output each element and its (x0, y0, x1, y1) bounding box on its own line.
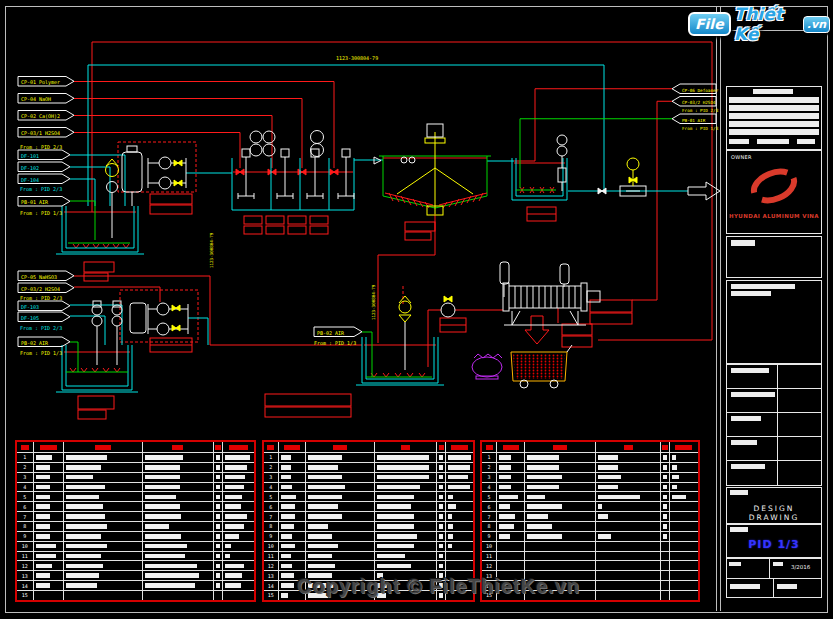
table-row: 11 (264, 551, 473, 561)
drawing-type: DESIGN DRAWING (727, 504, 821, 522)
filter-press (500, 262, 600, 325)
table-row: 2 (482, 462, 698, 472)
pipe-code-riser-2: 1123-300804-79 (371, 284, 376, 320)
filethietke-logo: File Thiết Kế .vn (688, 6, 830, 42)
table-row: 9 (17, 531, 254, 541)
approval-row-4 (726, 436, 822, 462)
flag-pb01-air: PB-01 AIR (18, 197, 70, 207)
cad-drawing-sheet: CP-01 Polymer CP-04 NaOH CP-02 Ca(OH)2 C… (0, 0, 833, 619)
svg-text:DF-101: DF-101 (21, 153, 39, 159)
table-row: 3 (482, 472, 698, 482)
logo-site-name: Thiết Kế (734, 4, 800, 44)
flag-label: CP-01 Polymer (21, 79, 60, 86)
from-note: From : PID 2/3 (20, 144, 62, 150)
pipe-code-riser-1: 1123-300804-79 (209, 232, 214, 268)
svg-text:PB-01 AIR: PB-01 AIR (21, 199, 49, 205)
svg-text:CP-03/1 H2SO4: CP-03/1 H2SO4 (21, 130, 60, 136)
approval-row-1 (726, 364, 822, 390)
svg-text:From : PID 1/3: From : PID 1/3 (20, 210, 62, 216)
svg-text:From : PID 1/3: From : PID 1/3 (682, 126, 719, 131)
flag-df101: DF-101 (18, 150, 70, 160)
svg-text:CP-03/2 H2SO4: CP-03/2 H2SO4 (682, 100, 716, 105)
level-instrument-outlet (627, 158, 639, 170)
table-row: 11 (17, 551, 254, 561)
svg-text:DF-105: DF-105 (21, 315, 39, 321)
svg-text:PB-01 AIR: PB-01 AIR (682, 118, 706, 123)
drawing-number: PID 1/3 (727, 538, 821, 551)
table-row: 7 (264, 511, 473, 521)
flag-cp05: CP-05 NaHSO3 (18, 271, 74, 281)
table-row: 11 (482, 551, 698, 561)
level-switch-eq-tank (106, 164, 119, 177)
table-row: 10 (17, 541, 254, 551)
parts-table-1: 123456789101112131415 (15, 440, 256, 602)
table-row: 9 (264, 531, 473, 541)
table-row: 5 (17, 491, 254, 501)
flag-df104: DF-104 (18, 174, 70, 184)
flag-cp04-naoh: CP-04 NaOH (18, 94, 74, 104)
svg-text:PB-02 AIR: PB-02 AIR (21, 340, 49, 346)
table-row: 2 (17, 462, 254, 472)
table-header-row (264, 442, 473, 452)
svg-text:CP-06 Defoamer: CP-06 Defoamer (682, 88, 719, 93)
table-row: 1 (482, 452, 698, 462)
table-header-row (482, 442, 698, 452)
table-row: 7 (482, 511, 698, 521)
table-row: 8 (17, 521, 254, 531)
copyright-watermark: Copyright © FileThietKe.vn (297, 575, 580, 598)
flag-df105: DF-105 (18, 312, 70, 322)
owner-name: HYUNDAI ALUMINUM VINA (727, 213, 821, 219)
table-row: 6 (17, 501, 254, 511)
table-row: 9 (482, 531, 698, 541)
svg-text:CP-05 NaHSO3: CP-05 NaHSO3 (21, 274, 57, 280)
table-row: 14 (17, 580, 254, 590)
svg-text:DF-104: DF-104 (21, 177, 39, 183)
logo-vn-badge: .vn (803, 16, 830, 33)
table-row: 12 (482, 560, 698, 570)
scale-date-row: 3/2016 (726, 558, 822, 580)
svg-text:PB-02 AIR: PB-02 AIR (317, 330, 345, 336)
table-row: 15 (17, 590, 254, 600)
drawing-date: 3/2016 (791, 564, 810, 570)
drawing-type-box: DESIGN DRAWING (726, 487, 822, 524)
table-row: 8 (482, 521, 698, 531)
table-row: 12 (264, 560, 473, 570)
flag-cp03-1-h2so4: CP-03/1 H2SO4 (18, 128, 74, 138)
sludge-discharge-arrow (525, 316, 549, 344)
table-row: 6 (264, 501, 473, 511)
description-box (726, 280, 822, 364)
table-row: 10 (482, 541, 698, 551)
table-row: 5 (264, 491, 473, 501)
approval-row-3 (726, 412, 822, 438)
flag-pb01-air-right: PB-01 AIR (672, 114, 716, 124)
owner-label: OWNER (731, 154, 752, 160)
table-row: 4 (17, 482, 254, 492)
outlet-arrow (688, 182, 720, 200)
svg-text:CP-04 NaOH: CP-04 NaOH (21, 96, 51, 102)
project-box (726, 236, 822, 278)
revision-table (726, 86, 822, 150)
dosing-skid-lower (92, 301, 188, 365)
bottom-row (726, 578, 822, 598)
chemical-lines (64, 42, 712, 377)
approval-row-5 (726, 460, 822, 486)
svg-text:DF-103: DF-103 (21, 304, 39, 310)
table-row: 1 (17, 452, 254, 462)
approval-row-2 (726, 388, 822, 414)
owner-logo (739, 161, 809, 211)
sludge-transfer-pump (405, 303, 455, 370)
svg-text:From : PID 1/3: From : PID 1/3 (20, 350, 62, 356)
svg-text:From : PID 2/3: From : PID 2/3 (20, 186, 62, 192)
svg-text:DF-102: DF-102 (21, 165, 39, 171)
clarifier (374, 124, 491, 215)
table-row: 3 (264, 472, 473, 482)
owner-box: OWNER HYUNDAI ALUMINUM VINA (726, 150, 822, 234)
table-row: 3 (17, 472, 254, 482)
sludge-cart (511, 345, 572, 388)
table-row: 13 (17, 570, 254, 580)
flag-pb02-air-mid: PB-02 AIR (314, 327, 362, 337)
table-header-row (17, 442, 254, 452)
mixing-tank-agitators (238, 131, 354, 200)
table-row: 5 (482, 491, 698, 501)
table-row: 7 (17, 511, 254, 521)
